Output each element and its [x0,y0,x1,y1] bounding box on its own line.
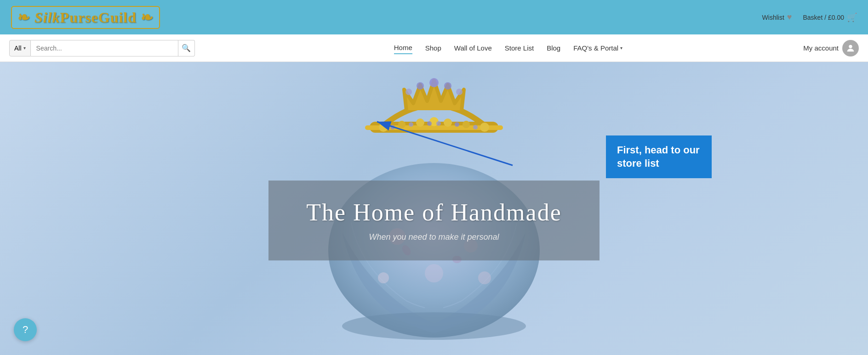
svg-point-21 [463,121,470,128]
svg-point-0 [849,45,852,48]
svg-point-4 [425,264,443,282]
svg-point-14 [405,89,412,95]
nav-bar: All ▾ 🔍 Home Shop Wall of Love Store Lis… [0,34,868,62]
nav-item-store-list[interactable]: Store List [505,42,534,54]
nav-item-shop[interactable]: Shop [425,42,441,54]
svg-point-5 [378,272,389,283]
help-button[interactable]: ? [14,318,37,341]
chevron-down-icon: ▾ [23,45,26,51]
wishlist-button[interactable]: Wishlist ♥ [762,12,792,22]
search-input-wrap: 🔍 [31,40,195,56]
svg-point-13 [444,82,451,90]
nav-item-blog[interactable]: Blog [547,42,560,54]
wishlist-label: Wishlist [762,14,784,21]
top-bar: ❧ SilkPurseGuild ❧ Wishlist ♥ Basket / £… [0,0,868,34]
search-icon: 🔍 [182,44,191,52]
svg-point-25 [427,121,432,126]
svg-point-12 [417,82,424,90]
annotation-text: First, head to our store list [617,144,700,169]
hero-text-box: The Home of Handmade When you need to ma… [268,180,600,260]
search-input[interactable] [31,40,178,56]
svg-point-28 [473,125,478,130]
annotation-box: First, head to our store list [606,135,712,178]
basket-icon: 🛒 [847,12,857,23]
search-filter-label: All [14,45,22,52]
chevron-down-icon: ▾ [620,45,622,51]
account-avatar-icon [842,40,859,56]
svg-point-17 [398,121,405,128]
svg-point-26 [436,121,441,126]
svg-point-16 [379,123,388,132]
basket-label: Basket / £0.00 [803,14,844,21]
logo-text: ❧ SilkPurseGuild ❧ [11,6,160,29]
svg-point-18 [416,118,424,127]
hero-title: The Home of Handmade [296,199,572,226]
svg-point-15 [456,89,463,95]
my-account-label: My account [803,44,839,52]
search-area: All ▾ 🔍 [9,40,195,56]
svg-point-11 [429,78,439,87]
svg-point-20 [444,118,452,127]
search-filter-select[interactable]: All ▾ [9,40,31,56]
my-account-area[interactable]: My account [803,40,859,56]
hero-subtitle: When you need to make it personal [296,232,572,242]
svg-point-24 [409,122,413,127]
heart-icon: ♥ [787,12,792,22]
basket-button[interactable]: Basket / £0.00 🛒 [803,12,857,23]
nav-item-home[interactable]: Home [394,42,412,54]
help-icon: ? [23,324,28,336]
nav-item-wall-of-love[interactable]: Wall of Love [454,42,492,54]
nav-item-faqs-portal[interactable]: FAQ's & Portal ▾ [573,42,622,54]
svg-point-23 [390,125,395,130]
top-bar-right: Wishlist ♥ Basket / £0.00 🛒 [762,12,857,23]
svg-point-27 [455,122,459,127]
svg-point-6 [478,271,491,284]
search-button[interactable]: 🔍 [178,40,194,56]
svg-point-29 [342,312,526,340]
main-nav: Home Shop Wall of Love Store List Blog F… [213,42,804,54]
hero-section: The Home of Handmade When you need to ma… [0,62,868,355]
logo[interactable]: ❧ SilkPurseGuild ❧ [11,6,160,29]
svg-point-22 [480,123,489,132]
